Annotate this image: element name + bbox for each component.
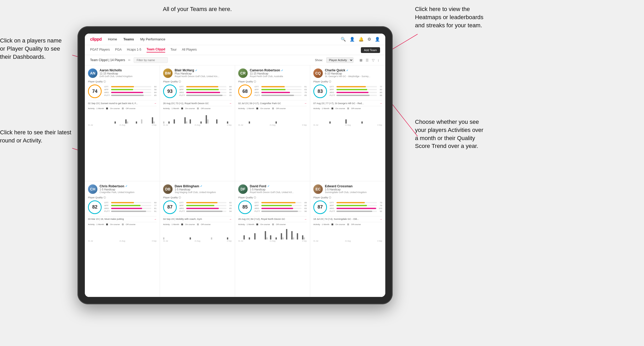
filter-icon[interactable]: ▽ [371, 57, 375, 63]
chart-date-3: 4 Sep [377, 240, 382, 242]
oncourse-legend [256, 223, 258, 225]
player-name[interactable]: Aaron Nicholls [100, 68, 157, 72]
latest-round[interactable]: 02 Sep 23 | Sunset round to get back int… [88, 100, 157, 105]
oncourse-legend [331, 108, 333, 109]
annotation-teams: All of your Teams are here. [163, 5, 232, 13]
quality-circle[interactable]: 68 [238, 84, 252, 98]
nav-teams[interactable]: Teams [123, 37, 134, 41]
player-avatar: CQ [313, 68, 323, 78]
player-name[interactable]: Dave Billingham✓ [175, 184, 232, 188]
quality-circle[interactable]: 74 [88, 84, 102, 98]
filter-input[interactable] [134, 57, 168, 63]
activity-label: Activity · 1 Month [88, 223, 104, 226]
stat-label-app: APP [179, 204, 185, 207]
chart-date-3: 4 Sep [227, 240, 232, 242]
activity-section: Activity · 1 Month On course Off course [163, 222, 232, 242]
latest-round[interactable]: 04 Sep 23 | Mobility with coach, Gym → [163, 216, 232, 221]
stat-val-ott: 84 [227, 86, 232, 88]
edit-icon[interactable]: ✏ [128, 58, 131, 62]
chart-date-3: 4 Sep [152, 240, 157, 242]
subnav-pgat[interactable]: PGAT Players [90, 48, 110, 52]
player-name[interactable]: Chris Robertson✓ [100, 184, 157, 188]
chart-date-3: 4 Sep [227, 124, 232, 126]
stat-row-arg: ARG 84 [104, 91, 157, 94]
subnav-pga[interactable]: PGA [115, 48, 122, 52]
latest-round[interactable]: 18 Jul 23 | 74 (+4), Sunningdale GC - Ol… [313, 216, 382, 221]
player-header: CR Cameron Robertson✓ 11-15 Handicap Roy… [238, 68, 307, 78]
round-arrow-icon: → [304, 102, 307, 105]
bell-icon[interactable]: 🔔 [359, 37, 364, 42]
player-avatar: CH [88, 184, 97, 194]
stat-val-ott: 77 [378, 86, 382, 88]
latest-round[interactable]: 07 Aug 23 | 77 (+7), St George's Hill GC… [313, 100, 382, 105]
annotation-latest-round: Click here to see their latest round or … [0, 129, 71, 145]
subnav-tour[interactable]: Tour [170, 48, 176, 52]
offcourse-legend [122, 223, 124, 225]
player-avatar: DB [163, 184, 173, 194]
chart-date-2: 21 Aug [120, 124, 125, 126]
stat-label-putt: PUTT [104, 94, 110, 97]
stat-row-arg: ARG 85 [179, 207, 232, 210]
nav-home[interactable]: Home [108, 37, 117, 41]
player-handicap: 11-15 Handicap [250, 72, 307, 75]
stat-row-app: APP 63 [255, 88, 307, 91]
profile-avatar[interactable]: 👤 [375, 37, 380, 42]
player-name[interactable]: Charlie Quick✓ [325, 68, 382, 72]
chart-date-1: 31 Jul [163, 240, 168, 242]
subnav-hcaps[interactable]: Hcaps 1-5 [127, 48, 141, 52]
search-icon[interactable]: 🔍 [341, 37, 346, 42]
quality-circle[interactable]: 85 [238, 200, 252, 214]
player-name[interactable]: Cameron Robertson✓ [250, 68, 307, 72]
oncourse-label: On course [185, 223, 195, 226]
stat-row-ott: OTT 82 [179, 201, 232, 204]
player-name[interactable]: Edward Crossman [325, 184, 382, 188]
quality-circle[interactable]: 93 [163, 84, 177, 98]
quality-section: 93 OTT 84 APP 85 ARG 88 PUT [163, 84, 232, 98]
latest-round[interactable]: 03 Mar 23 | 19, Must make putting → [88, 216, 157, 221]
player-info: Cameron Robertson✓ 11-15 Handicap Royal … [250, 68, 307, 78]
logo[interactable]: clippd [90, 37, 102, 42]
user-icon[interactable]: 👤 [350, 37, 355, 42]
add-team-button[interactable]: Add Team [361, 47, 380, 53]
quality-section: 85 OTT 89 APP 80 ARG 83 PUT [238, 200, 307, 214]
quality-label: Player Quality ⓘ [313, 196, 382, 199]
show-select[interactable]: Player Activity [326, 57, 354, 63]
nav-my-performance[interactable]: My Performance [140, 37, 165, 41]
stat-row-ott: OTT 73 [330, 201, 382, 204]
player-info: Chris Robertson✓ 1-5 Handicap Craigmilla… [100, 184, 157, 194]
quality-label: Player Quality ⓘ [238, 196, 307, 199]
activity-section: Activity · 1 Month On course Off course [163, 106, 232, 126]
quality-label: Player Quality ⓘ [238, 80, 307, 83]
stats-grid: OTT 60 APP 58 ARG 84 PUTT 85 [104, 86, 157, 97]
quality-circle[interactable]: 83 [313, 84, 327, 98]
quality-circle[interactable]: 87 [313, 200, 327, 214]
player-name[interactable]: Blair McHarg✓ [175, 68, 232, 72]
stat-row-putt: PUTT 96 [255, 210, 307, 212]
player-header: CQ Charlie Quick✓ 6-10 Handicap St. Geor… [313, 68, 382, 78]
activity-section: Activity · 1 Month On course Off course [238, 106, 307, 126]
sub-navigation: PGAT Players PGA Hcaps 1-5 Team Clippd T… [85, 45, 385, 55]
player-card: CR Cameron Robertson✓ 11-15 Handicap Roy… [235, 65, 310, 181]
settings-icon[interactable]: ⚙ [367, 37, 371, 42]
verified-icon: ✓ [195, 69, 197, 72]
latest-round[interactable]: 26 Aug 23 | 73 (+1), Royal North Devon G… [163, 100, 232, 105]
quality-circle[interactable]: 87 [163, 200, 177, 214]
sort-icon[interactable]: ↕ [377, 57, 380, 63]
round-arrow-icon: → [154, 218, 157, 221]
round-arrow-icon: → [304, 218, 307, 221]
subnav-team-clippd[interactable]: Team Clippd [147, 47, 165, 52]
chart-date-2: 21 Aug [270, 240, 276, 242]
latest-round[interactable]: 02 Jul 23 | 59 (+17), Craigmillar Park G… [238, 100, 307, 105]
latest-round[interactable]: 26 Aug 23 | 84 (+12), Royal North Devon … [238, 216, 307, 221]
player-header: CH Chris Robertson✓ 1-5 Handicap Craigmi… [88, 184, 157, 194]
list-view-icon[interactable]: ☰ [365, 57, 370, 63]
stat-val-app: 58 [152, 88, 157, 91]
activity-header: Activity · 1 Month On course Off course [313, 107, 382, 110]
player-info: David Ford✓ 1-5 Handicap Royal North Dev… [250, 184, 307, 194]
subnav-all-players[interactable]: All Players [182, 48, 197, 52]
player-name[interactable]: David Ford✓ [250, 184, 307, 188]
player-card: CH Chris Robertson✓ 1-5 Handicap Craigmi… [85, 181, 160, 297]
quality-circle[interactable]: 82 [88, 200, 102, 214]
stat-label-arg: ARG [255, 207, 260, 210]
grid-view-icon[interactable]: ⊞ [359, 57, 363, 63]
